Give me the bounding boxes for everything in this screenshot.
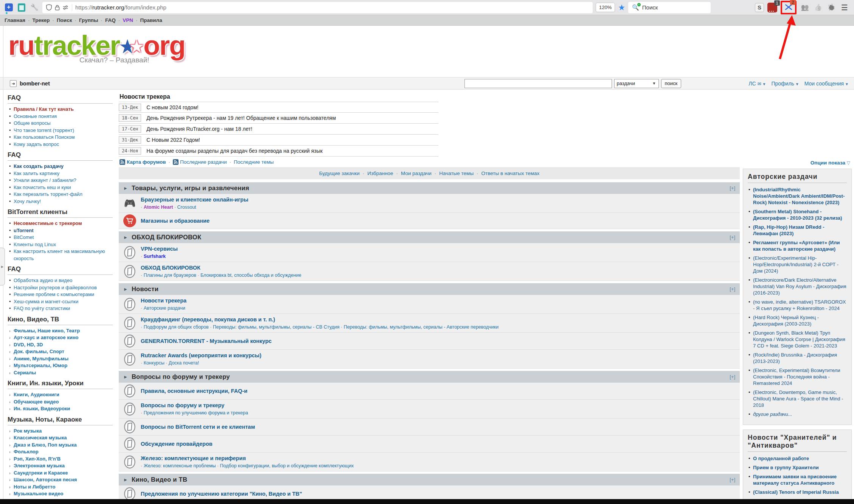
sidebar-link[interactable]: Угнали аккаунт / забанили?	[14, 177, 76, 183]
sidebar-link[interactable]: Арт-хаус и авторское кино	[14, 335, 78, 340]
subforum-link[interactable]: Переводы: фильмы, мультфильмы, сериалы -…	[344, 324, 499, 330]
collapse-arrow-icon[interactable]: ►	[123, 374, 128, 380]
nav-item-6[interactable]: VPN	[123, 17, 133, 23]
release-link[interactable]: Прием в группу Хранители	[753, 465, 819, 470]
release-link[interactable]: (Rock/Indie) Brussnika - Дискография (20…	[753, 352, 837, 364]
release-link[interactable]: (Southern Metal) Stonehand - Дискография…	[753, 209, 842, 221]
nav-item-2[interactable]: Трекер	[32, 17, 50, 23]
sidebar-link[interactable]: Док. фильмы, Спорт	[14, 349, 64, 354]
nav-item-7[interactable]: Правила	[140, 17, 162, 23]
release-link[interactable]: Регламент группы «Артсовет» (Или как поп…	[753, 240, 840, 252]
subforum-link[interactable]: Предложения по улучшению форума и трекер…	[144, 410, 248, 416]
release-link[interactable]: (no wave, indie, alternative) TSARGOROX …	[753, 299, 846, 311]
sidebar-link[interactable]: Рок музыка	[14, 428, 42, 434]
collapse-arrow-icon[interactable]: ►	[123, 477, 128, 482]
shield-icon[interactable]	[46, 4, 52, 11]
sidebar-link[interactable]: Обработка аудио и видео	[14, 278, 72, 283]
sidebar-link[interactable]: uTorrent	[14, 228, 33, 233]
forum-link[interactable]: GENERATION.TORRENT - Музыкальный конкурс	[141, 338, 272, 344]
quick-link[interactable]: Мои раздачи	[401, 171, 432, 176]
subforum-link[interactable]: Плагины для браузеров	[144, 273, 196, 278]
forum-link[interactable]: Железо: комплектующие и периферия	[141, 455, 246, 461]
sidebar-link[interactable]: Книги, Аудиокниги	[14, 392, 59, 397]
release-link[interactable]: Принимаем заявки на присвоение материалу…	[753, 474, 837, 486]
map-link[interactable]: Карта форумов	[120, 159, 166, 165]
news-link[interactable]: На форуме созданы разделы для раздач без…	[146, 148, 323, 154]
sidebar-link[interactable]: Ноты и Либретто	[14, 484, 55, 490]
subforum-link[interactable]: Доска почета!	[169, 360, 199, 366]
accounts-icon[interactable]: 👥	[800, 3, 810, 12]
release-link[interactable]: (Industrial/Rhythmic Noise/Ambient/Dark …	[753, 187, 845, 205]
category-header[interactable]: ►Новости[+]	[119, 283, 740, 295]
menu-icon[interactable]: ☰	[840, 3, 849, 12]
release-link[interactable]: (Electronicore/Dark Electro/Alternative …	[753, 277, 846, 296]
sidebar-link[interactable]: Как создать раздачу	[14, 163, 64, 169]
collapse-arrow-icon[interactable]: ►	[123, 186, 128, 191]
sidebar-link[interactable]: Аниме, Мультфильмы	[14, 356, 68, 361]
subforum-link[interactable]: Блокировка bt, способы обхода и обсужден…	[200, 273, 301, 278]
sidebar-link[interactable]: Клиенты под Linux	[14, 242, 56, 247]
subforum-link[interactable]: Подфорум для общих сборов	[144, 324, 209, 330]
quick-link[interactable]: Избранное	[367, 171, 393, 176]
chevron-down-icon[interactable]: ▼	[795, 82, 799, 86]
extension-icon-1[interactable]: 1	[767, 3, 777, 12]
subforum-link[interactable]: Surfshark	[144, 254, 166, 259]
extension-icon-2[interactable]: ⨉ 2	[784, 3, 793, 12]
forum-link[interactable]: Обсуждение провайдеров	[141, 441, 213, 447]
map-link[interactable]: Последние раздачи	[173, 159, 227, 165]
sidebar-link[interactable]: Электронная музыка	[14, 463, 65, 468]
map-link[interactable]: Последние темы	[234, 159, 274, 165]
forum-link[interactable]: Предложения по улучшению категории "Кино…	[141, 491, 302, 497]
rutracker-logo[interactable]: rutracker★★org	[8, 32, 854, 59]
nav-item-4[interactable]: Группы	[79, 17, 98, 23]
release-link[interactable]: (Electronic, Experimental) Возмутители С…	[753, 368, 840, 386]
news-link[interactable]: День Рождения RuTracker.org - нам 18 лет…	[146, 126, 252, 132]
nav-item-5[interactable]: FAQ	[105, 17, 116, 23]
bookmark-star-icon[interactable]: ★	[618, 3, 625, 12]
sidebar-link[interactable]: FAQ по учёту статистики	[14, 306, 70, 311]
sidebar-link[interactable]: Несовместимые с трекером	[14, 220, 82, 226]
sidebar-link[interactable]: Как настроить клиент на максимальную ско…	[14, 248, 105, 261]
category-header[interactable]: ►Вопросы по форуму и трекеру[+]	[119, 371, 740, 383]
thumbs-up-icon[interactable]: 👍	[813, 3, 823, 12]
sidebar-link[interactable]: Решение проблем с компьютерами	[14, 292, 94, 297]
release-link[interactable]: (Electronic/Experimental Hip-Hop/Electro…	[753, 255, 838, 274]
forum-link[interactable]: ОБХОД БЛОКИРОВОК	[141, 265, 200, 271]
forum-link[interactable]: Новости трекера	[141, 298, 186, 304]
sidebar-link[interactable]: Что такое torrent (торрент)	[14, 127, 74, 133]
quick-link[interactable]: Начатые темы	[439, 171, 474, 176]
lock-icon[interactable]	[55, 5, 60, 11]
subforum-link[interactable]: Конкурсы	[144, 360, 165, 366]
chevron-down-icon[interactable]: ▼	[845, 82, 849, 86]
profile-link[interactable]: Профиль	[771, 81, 794, 87]
subforum-link[interactable]: Железо: комплексные проблемы	[144, 463, 216, 468]
release-link[interactable]: (Hard Rock) Черный Кузнец - Дискография …	[753, 315, 819, 327]
release-link[interactable]: (Rap, Hip-Hop) Низам DRedd - Левиафан (2…	[753, 224, 824, 236]
subforum-link[interactable]: Переводы: фильмы, мультфильмы, сериалы -…	[213, 324, 340, 330]
pm-link[interactable]: ЛС ✉	[748, 81, 761, 87]
wrench-icon[interactable]: 🔧	[30, 3, 39, 12]
nav-item-3[interactable]: Поиск	[57, 17, 72, 23]
sidebar-link[interactable]: Хочу лычку!	[14, 198, 41, 204]
sidebar-link[interactable]: Джаз и Блюз, Поп музыка	[14, 442, 77, 448]
category-title[interactable]: Кино, Видео и ТВ	[132, 476, 187, 483]
forum-link[interactable]: Вопросы по BitTorrent сети и ее клиентам	[141, 424, 255, 430]
bug-icon[interactable]: 🐞	[826, 3, 836, 12]
url-text[interactable]: https://rutracker.org/forum/index.php	[75, 4, 166, 11]
sidebar-link[interactable]: BitComet	[14, 234, 34, 240]
subforum-link[interactable]: Авторские раздачи	[144, 306, 185, 311]
category-title[interactable]: Вопросы по форуму и трекеру	[132, 373, 230, 380]
browser-search-field[interactable]: 🔍+ Поиск	[628, 2, 711, 13]
expand-category-link[interactable]: [+]	[730, 234, 735, 240]
sidebar-link[interactable]: Общие вопросы	[14, 120, 51, 126]
zoom-level-badge[interactable]: 120%	[596, 3, 615, 12]
subforum-link[interactable]: Crossout	[177, 205, 196, 210]
sidebar-link[interactable]: Рэп, Хип-Хоп, R'n'B	[14, 456, 61, 462]
expand-category-link[interactable]: [+]	[730, 374, 735, 380]
news-link[interactable]: С новым 2024 годом!	[146, 104, 198, 110]
expand-category-link[interactable]: [+]	[730, 477, 735, 482]
sidebar-link[interactable]: Основные понятия	[14, 113, 57, 119]
release-link[interactable]: другие раздачи...	[753, 411, 792, 417]
sidebar-link[interactable]: Ин. языки, Видеоуроки	[14, 406, 70, 411]
sidebar-link[interactable]: Как перезалить торрент-файл	[14, 191, 82, 197]
